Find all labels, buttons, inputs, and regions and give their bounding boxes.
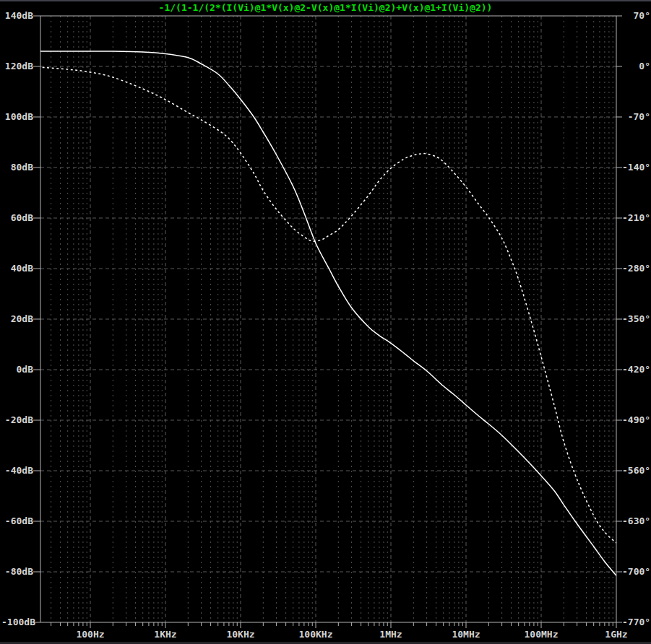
y-right-tick-label: -140° [622,162,650,173]
y-left-tick-label: 40dB [1,263,33,274]
y-left-tick-label: -40dB [1,465,33,476]
y-right-tick-label: -490° [622,414,650,425]
x-axis-tick-label: 10KHz [212,629,270,640]
y-right-tick-label: -210° [622,212,650,223]
y-left-tick-label: 80dB [1,162,33,173]
y-right-tick-label: -420° [622,364,650,375]
y-left-tick-label: 100dB [1,111,33,122]
y-right-tick-label: -70° [622,111,650,122]
y-left-tick-label: -100dB [1,617,33,627]
y-left-tick-label: 120dB [1,61,33,71]
x-axis-tick-label: 1MHz [362,629,420,640]
y-left-tick-label: -20dB [1,414,33,425]
y-right-tick-label: -280° [622,263,650,274]
y-left-tick-label: 140dB [1,10,33,21]
y-right-tick-label: 70° [622,10,650,21]
y-left-tick-label: 20dB [1,313,33,324]
y-left-tick-label: -80dB [1,566,33,577]
y-right-tick-label: -350° [622,313,650,324]
x-axis-tick-label: 100Hz [61,629,119,640]
y-right-tick-label: 0° [622,61,650,71]
y-right-tick-label: -700° [622,566,650,577]
x-axis-tick-label: 1KHz [137,629,194,640]
y-left-tick-label: -60dB [1,515,33,526]
y-right-tick-label: -770° [622,617,650,627]
ltspice-waveform-pane: -1/(1-1/(2*(I(Vi)@1*V(x)@2-V(x)@1*I(Vi)@… [0,0,651,644]
x-axis-tick-label: 100KHz [287,629,345,640]
x-axis-tick-label: 10MHz [437,629,495,640]
y-right-tick-label: -560° [622,465,650,476]
x-axis-tick-label: 1GHz [587,629,645,640]
y-left-tick-label: 0dB [1,364,33,375]
y-right-tick-label: -630° [622,515,650,526]
y-left-tick-label: 60dB [1,212,33,223]
bode-plot-canvas [0,0,651,644]
x-axis-tick-label: 100MHz [512,629,570,640]
